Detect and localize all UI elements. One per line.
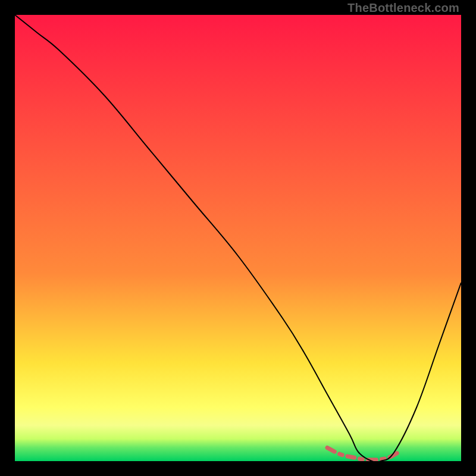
bottleneck-curve — [15, 15, 461, 461]
plot-area — [15, 15, 461, 461]
curve-layer — [15, 15, 461, 461]
optimal-range-highlight — [327, 448, 399, 460]
watermark-text: TheBottleneck.com — [347, 1, 459, 15]
chart-frame: TheBottleneck.com — [0, 0, 476, 476]
